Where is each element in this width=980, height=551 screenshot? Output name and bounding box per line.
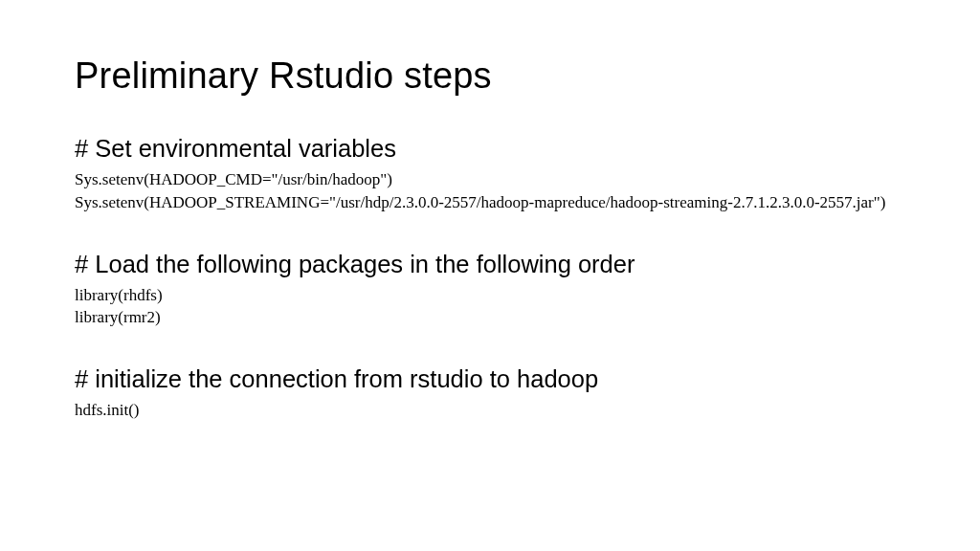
section-heading: # Set environmental variables [75, 135, 913, 163]
code-line: library(rmr2) [75, 306, 913, 329]
code-line: hdfs.init() [75, 399, 913, 422]
slide: Preliminary Rstudio steps # Set environm… [0, 0, 980, 551]
section-env-vars: # Set environmental variables Sys.setenv… [75, 135, 913, 214]
slide-title: Preliminary Rstudio steps [75, 55, 913, 97]
code-line: library(rhdfs) [75, 284, 913, 307]
code-line: Sys.setenv(HADOOP_STREAMING="/usr/hdp/2.… [75, 191, 913, 214]
section-load-packages: # Load the following packages in the fol… [75, 251, 913, 330]
section-heading: # Load the following packages in the fol… [75, 251, 913, 278]
section-heading: # initialize the connection from rstudio… [75, 365, 913, 393]
code-line: Sys.setenv(HADOOP_CMD="/usr/bin/hadoop") [75, 168, 913, 191]
section-init-connection: # initialize the connection from rstudio… [75, 365, 913, 422]
